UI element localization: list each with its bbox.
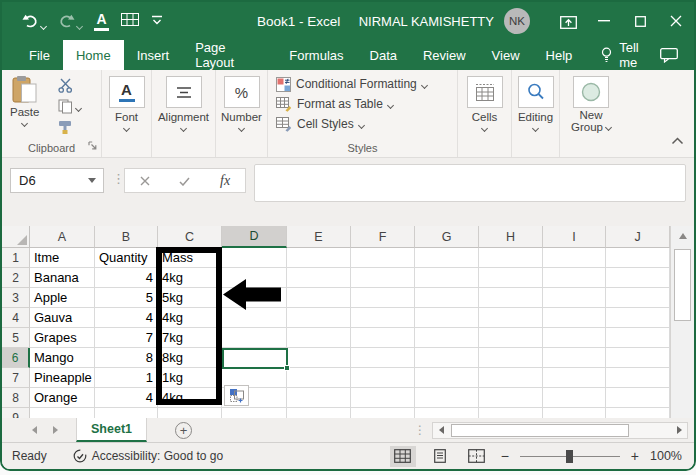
zoom-slider-handle[interactable]	[566, 450, 573, 463]
column-header-c[interactable]: C	[158, 226, 222, 248]
account-name[interactable]: NIRMAL KAMISHETTY	[359, 14, 494, 29]
cell-J8[interactable]	[606, 388, 670, 408]
cell-F5[interactable]	[351, 328, 415, 348]
tab-help[interactable]: Help	[533, 40, 586, 70]
cell-D1[interactable]	[222, 248, 287, 268]
tab-page-layout[interactable]: Page Layout	[182, 40, 276, 70]
cell-I5[interactable]	[543, 328, 606, 348]
row-header-2[interactable]: 2	[2, 268, 30, 288]
alignment-dropdown-icon[interactable]	[180, 125, 187, 132]
conditional-formatting-button[interactable]: Conditional Formatting	[276, 74, 457, 94]
cell-I6[interactable]	[543, 348, 606, 368]
column-header-j[interactable]: J	[606, 226, 670, 248]
zoom-out-button[interactable]: −	[501, 448, 509, 464]
horizontal-scrollbar[interactable]	[432, 422, 688, 439]
vertical-scroll-thumb[interactable]	[674, 249, 691, 321]
alignment-button[interactable]	[166, 76, 202, 108]
paste-dropdown-icon[interactable]	[21, 120, 28, 127]
cancel-button[interactable]	[140, 172, 150, 190]
cell-B6[interactable]: 8	[95, 348, 158, 368]
column-header-a[interactable]: A	[30, 226, 95, 248]
cell-A5[interactable]: Grapes	[30, 328, 95, 348]
cell-I4[interactable]	[543, 308, 606, 328]
fill-handle[interactable]	[284, 365, 290, 371]
cell-D4[interactable]	[222, 308, 287, 328]
scroll-up-button[interactable]	[671, 226, 694, 246]
cell-J5[interactable]	[606, 328, 670, 348]
cell-A3[interactable]: Apple	[30, 288, 95, 308]
font-color-button[interactable]: A	[94, 12, 109, 31]
cell-H6[interactable]	[479, 348, 543, 368]
cell-G1[interactable]	[415, 248, 479, 268]
cell-A1[interactable]: Itme	[30, 248, 95, 268]
cell-E3[interactable]	[287, 288, 351, 308]
row-header-1[interactable]: 1	[2, 248, 30, 268]
cell-G3[interactable]	[415, 288, 479, 308]
cell-I1[interactable]	[543, 248, 606, 268]
column-header-g[interactable]: G	[415, 226, 479, 248]
cell-J2[interactable]	[606, 268, 670, 288]
row-header-9[interactable]: 9	[2, 408, 30, 418]
enter-button[interactable]	[179, 172, 190, 190]
format-as-table-dropdown-icon[interactable]	[387, 102, 394, 109]
cell-F2[interactable]	[351, 268, 415, 288]
scroll-right-button[interactable]	[671, 423, 687, 438]
new-group-dropdown-icon[interactable]	[605, 123, 612, 130]
cell-H7[interactable]	[479, 368, 543, 388]
cell-E8[interactable]	[287, 388, 351, 408]
redo-dropdown-icon[interactable]	[76, 22, 83, 29]
cell-J3[interactable]	[606, 288, 670, 308]
cell-B4[interactable]: 4	[95, 308, 158, 328]
cell-A2[interactable]: Banana	[30, 268, 95, 288]
cell-B2[interactable]: 4	[95, 268, 158, 288]
cell-F7[interactable]	[351, 368, 415, 388]
cell-J7[interactable]	[606, 368, 670, 388]
previous-sheet-icon[interactable]	[32, 426, 37, 434]
cell-H2[interactable]	[479, 268, 543, 288]
undo-dropdown-icon[interactable]	[40, 22, 47, 29]
cell-G6[interactable]	[415, 348, 479, 368]
cell-H8[interactable]	[479, 388, 543, 408]
scrollbar-resize-handle[interactable]: ⋮	[414, 423, 426, 437]
column-header-f[interactable]: F	[351, 226, 415, 248]
page-layout-view-button[interactable]	[427, 446, 453, 467]
cell-I8[interactable]	[543, 388, 606, 408]
tab-home[interactable]: Home	[63, 40, 124, 70]
cell-H1[interactable]	[479, 248, 543, 268]
tab-file[interactable]: File	[16, 40, 63, 70]
cell-F3[interactable]	[351, 288, 415, 308]
row-header-3[interactable]: 3	[2, 288, 30, 308]
name-box[interactable]: D6	[10, 168, 104, 193]
cell-E4[interactable]	[287, 308, 351, 328]
cell-E7[interactable]	[287, 368, 351, 388]
cell-F1[interactable]	[351, 248, 415, 268]
collapse-ribbon-button[interactable]	[671, 131, 684, 149]
cell-F8[interactable]	[351, 388, 415, 408]
new-group-button[interactable]	[573, 76, 609, 108]
cell-styles-button[interactable]: Cell Styles	[276, 114, 457, 134]
cell-H5[interactable]	[479, 328, 543, 348]
row-header-8[interactable]: 8	[2, 388, 30, 408]
editing-dropdown-icon[interactable]	[532, 125, 539, 132]
name-box-dropdown-icon[interactable]	[88, 178, 96, 183]
close-button[interactable]	[658, 2, 694, 40]
cell-F9[interactable]	[351, 408, 415, 418]
avatar[interactable]: NK	[504, 8, 530, 34]
cell-B3[interactable]: 5	[95, 288, 158, 308]
horizontal-scroll-thumb[interactable]	[451, 424, 629, 437]
cell-G7[interactable]	[415, 368, 479, 388]
formula-input[interactable]	[254, 164, 686, 202]
cell-A8[interactable]: Orange	[30, 388, 95, 408]
row-header-5[interactable]: 5	[2, 328, 30, 348]
cell-F6[interactable]	[351, 348, 415, 368]
cell-I2[interactable]	[543, 268, 606, 288]
scroll-left-button[interactable]	[433, 423, 449, 438]
zoom-slider[interactable]	[520, 456, 620, 457]
copy-button[interactable]	[58, 99, 81, 114]
cell-H9[interactable]	[479, 408, 543, 418]
cell-E9[interactable]	[287, 408, 351, 418]
new-sheet-button[interactable]: +	[175, 422, 192, 439]
select-all-button[interactable]	[2, 226, 30, 248]
cell-G8[interactable]	[415, 388, 479, 408]
cell-E6[interactable]	[287, 348, 351, 368]
